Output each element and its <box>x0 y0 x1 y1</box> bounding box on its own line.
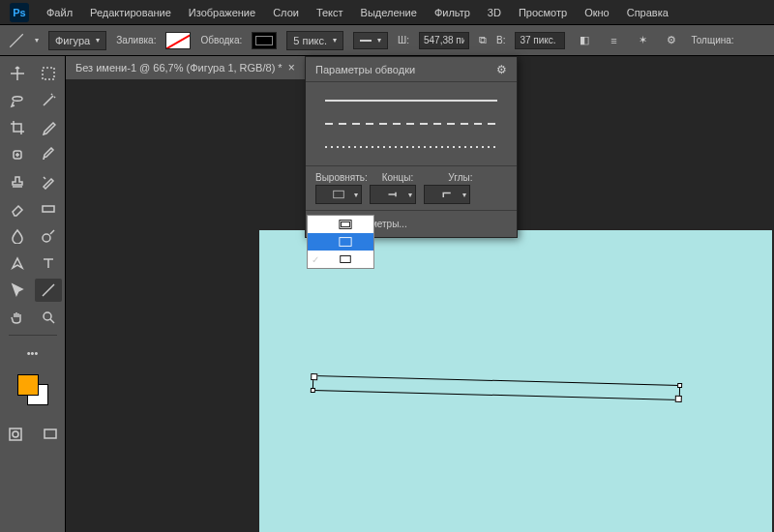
menu-select[interactable]: Выделение <box>361 7 417 18</box>
menu-bar: Ps Файл Редактирование Изображение Слои … <box>0 0 774 25</box>
link-icon[interactable]: ⧉ <box>479 34 487 46</box>
align-opt-inside[interactable] <box>308 216 373 233</box>
height-input[interactable] <box>515 32 565 49</box>
gear-icon[interactable]: ⚙ <box>496 63 507 76</box>
svg-point-6 <box>13 431 18 437</box>
menu-help[interactable]: Справка <box>627 7 669 18</box>
zoom-tool[interactable] <box>35 306 62 329</box>
stroke-style-dropdown[interactable] <box>353 32 388 49</box>
menu-edit[interactable]: Редактирование <box>90 7 171 18</box>
menu-view[interactable]: Просмотр <box>519 7 567 18</box>
menu-window[interactable]: Окно <box>584 7 610 18</box>
tool-panel: ••• <box>0 56 66 532</box>
align-icon[interactable]: ≡ <box>604 31 623 50</box>
hand-tool[interactable] <box>4 306 31 329</box>
svg-point-4 <box>44 312 51 320</box>
menu-image[interactable]: Изображение <box>189 7 255 18</box>
stamp-tool[interactable] <box>4 170 31 193</box>
color-swatches[interactable] <box>17 374 48 405</box>
type-tool[interactable] <box>35 251 62 275</box>
chevron-down-icon[interactable]: ▾ <box>35 36 39 44</box>
options-bar: ▾ Фигура Заливка: Обводка: 5 пикс. Ш: ⧉ … <box>0 25 774 56</box>
corners-label: Углы: <box>448 172 507 183</box>
stroke-size-dropdown[interactable]: 5 пикс. <box>286 31 343 50</box>
gradient-tool[interactable] <box>35 197 62 221</box>
width-label: Ш: <box>398 35 409 45</box>
line-tool[interactable] <box>35 279 62 302</box>
svg-point-3 <box>43 234 50 242</box>
shape-mode-dropdown[interactable]: Фигура <box>48 31 106 50</box>
stroke-dashed[interactable] <box>325 123 497 125</box>
move-tool[interactable] <box>4 62 31 85</box>
marquee-tool[interactable] <box>35 62 62 85</box>
pen-tool[interactable] <box>4 251 31 275</box>
caps-dropdown[interactable] <box>370 185 416 204</box>
shape-rectangle[interactable] <box>313 375 680 400</box>
align-dropdown-open: ✓ <box>307 215 374 269</box>
blur-tool[interactable] <box>4 224 31 248</box>
app-logo: Ps <box>10 3 29 22</box>
svg-rect-11 <box>340 238 351 247</box>
arrange-icon[interactable]: ✶ <box>633 31 652 50</box>
document-tab[interactable]: Без имени-1 @ 66,7% (Фигура 1, RGB/8) * … <box>66 56 305 79</box>
fill-swatch[interactable] <box>165 32 191 49</box>
stroke-solid[interactable] <box>325 100 497 102</box>
height-label: В: <box>496 35 505 45</box>
wand-tool[interactable] <box>35 89 62 112</box>
lasso-tool[interactable] <box>4 89 31 112</box>
path-select-tool[interactable] <box>4 279 31 302</box>
history-brush-tool[interactable] <box>35 170 62 193</box>
tool-preset-icon[interactable] <box>8 32 25 49</box>
svg-rect-0 <box>43 68 54 79</box>
more-tools[interactable]: ••• <box>9 341 57 365</box>
align-label: Выровнять: <box>315 172 374 183</box>
canvas[interactable] <box>259 230 772 532</box>
svg-rect-12 <box>341 256 351 263</box>
align-dropdown[interactable]: ✓ <box>315 185 362 204</box>
fill-label: Заливка: <box>116 35 156 45</box>
heal-tool[interactable] <box>4 143 31 166</box>
foreground-color[interactable] <box>17 374 39 396</box>
svg-rect-7 <box>45 429 56 438</box>
stroke-options-popup: Параметры обводки ⚙ Выровнять: Концы: Уг… <box>305 56 518 238</box>
stroke-swatch[interactable] <box>252 32 277 49</box>
svg-rect-5 <box>10 429 21 440</box>
screenmode-icon[interactable] <box>37 423 64 446</box>
align-opt-outside[interactable]: ✓ <box>308 251 373 268</box>
eyedropper-tool[interactable] <box>35 116 62 139</box>
crop-tool[interactable] <box>4 116 31 139</box>
popup-title: Параметры обводки <box>315 64 415 75</box>
quickmask-icon[interactable] <box>2 423 29 446</box>
width-input[interactable] <box>419 32 469 49</box>
corners-dropdown[interactable] <box>424 185 470 204</box>
close-icon[interactable]: × <box>288 61 295 74</box>
path-op-icon[interactable]: ◧ <box>575 31 594 50</box>
brush-tool[interactable] <box>35 143 62 166</box>
stroke-label: Обводка: <box>200 35 242 45</box>
menu-file[interactable]: Файл <box>46 7 73 18</box>
dodge-tool[interactable] <box>35 224 62 248</box>
menu-3d[interactable]: 3D <box>488 7 501 18</box>
menu-filter[interactable]: Фильтр <box>434 7 470 18</box>
svg-rect-8 <box>334 191 344 198</box>
svg-rect-10 <box>342 222 350 226</box>
menu-layers[interactable]: Слои <box>273 7 299 18</box>
stroke-dotted[interactable] <box>325 146 497 148</box>
caps-label: Концы: <box>382 172 441 183</box>
eraser-tool[interactable] <box>4 197 31 221</box>
svg-rect-2 <box>43 206 54 212</box>
gear-icon[interactable]: ⚙ <box>662 31 681 50</box>
thickness-label: Толщина: <box>691 35 733 45</box>
menu-text[interactable]: Текст <box>316 7 343 18</box>
align-opt-center[interactable] <box>308 233 373 251</box>
